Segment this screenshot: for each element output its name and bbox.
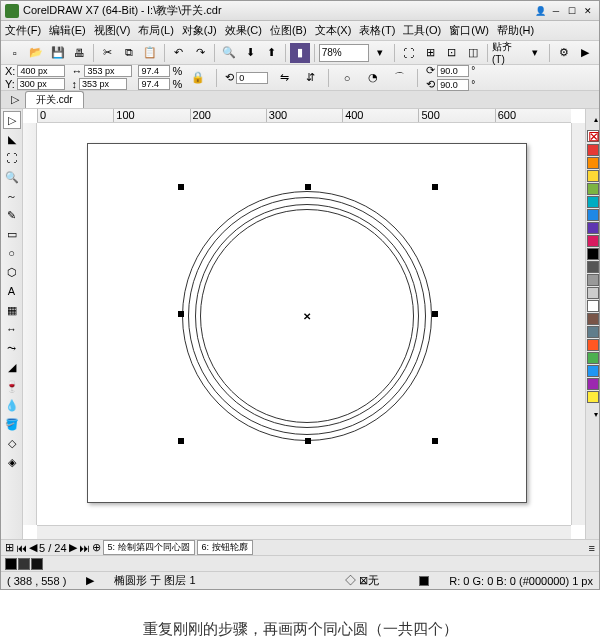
mirror-v-button[interactable]: ⇵ <box>300 68 320 88</box>
crop-tool[interactable]: ⛶ <box>3 149 21 167</box>
search-button[interactable]: 🔍 <box>219 43 238 63</box>
vertical-scrollbar[interactable] <box>571 123 585 525</box>
color-swatch[interactable] <box>587 222 599 234</box>
transparency-tool[interactable]: 🍷 <box>3 377 21 395</box>
connector-tool[interactable]: ⤳ <box>3 339 21 357</box>
color-swatch[interactable] <box>587 300 599 312</box>
eyedropper-tool[interactable]: 💧 <box>3 396 21 414</box>
ellipse-tool[interactable]: ○ <box>3 244 21 262</box>
height-input[interactable] <box>79 78 127 90</box>
publish-button[interactable]: ▮ <box>290 43 309 63</box>
handle-ml[interactable] <box>178 311 184 317</box>
color-swatch[interactable] <box>587 391 599 403</box>
handle-tc[interactable] <box>305 184 311 190</box>
artistic-tool[interactable]: ✎ <box>3 206 21 224</box>
menu-text[interactable]: 文本(X) <box>315 23 352 38</box>
page-nav-icon[interactable]: ≡ <box>589 542 595 554</box>
next-page-button[interactable]: ▶ <box>69 541 77 554</box>
y-input[interactable] <box>17 78 65 90</box>
rulers-button[interactable]: ⊞ <box>421 43 440 63</box>
pie-icon[interactable]: ◔ <box>363 68 383 88</box>
x-input[interactable] <box>17 65 65 77</box>
doc-swatch-dark[interactable] <box>31 558 43 570</box>
menu-table[interactable]: 表格(T) <box>359 23 395 38</box>
color-swatch[interactable] <box>587 365 599 377</box>
menu-window[interactable]: 窗口(W) <box>449 23 489 38</box>
color-swatch[interactable] <box>587 183 599 195</box>
zoom-input[interactable] <box>319 44 369 62</box>
color-swatch[interactable] <box>587 313 599 325</box>
color-swatch[interactable] <box>587 196 599 208</box>
scale-y-input[interactable] <box>138 78 170 90</box>
color-swatch[interactable] <box>587 274 599 286</box>
export-button[interactable]: ⬆ <box>262 43 281 63</box>
outline-tool[interactable]: ◇ <box>3 434 21 452</box>
polygon-tool[interactable]: ⬡ <box>3 263 21 281</box>
document-tab[interactable]: 开关.cdr <box>25 91 84 108</box>
guides-button[interactable]: ◫ <box>464 43 483 63</box>
menu-view[interactable]: 视图(V) <box>94 23 131 38</box>
fill-indicator[interactable]: ◇ ⊠无 <box>345 573 379 588</box>
mirror-h-button[interactable]: ⇋ <box>274 68 294 88</box>
minimize-button[interactable]: ─ <box>549 4 563 18</box>
save-button[interactable]: 💾 <box>48 43 67 63</box>
page-tab-6[interactable]: 6: 按钮轮廓 <box>197 540 253 555</box>
first-page-button[interactable]: ⏮ <box>16 542 27 554</box>
palette-down-icon[interactable]: ▾ <box>586 404 600 424</box>
color-swatch[interactable] <box>587 235 599 247</box>
grid-button[interactable]: ⊡ <box>442 43 461 63</box>
horizontal-scrollbar[interactable] <box>37 525 571 539</box>
no-color-swatch[interactable]: ⊠ <box>587 130 599 142</box>
angle1-input[interactable] <box>437 65 469 77</box>
menu-tools[interactable]: 工具(O) <box>403 23 441 38</box>
arc-icon[interactable]: ⌒ <box>389 68 409 88</box>
palette-up-icon[interactable]: ▴ <box>586 109 600 129</box>
copy-button[interactable]: ⧉ <box>119 43 138 63</box>
ellipse-icon[interactable]: ○ <box>337 68 357 88</box>
lock-ratio-button[interactable]: 🔒 <box>188 68 208 88</box>
zoom-tool[interactable]: 🔍 <box>3 168 21 186</box>
shape-tool[interactable]: ◣ <box>3 130 21 148</box>
table-tool[interactable]: ▦ <box>3 301 21 319</box>
rotation-input[interactable] <box>236 72 268 84</box>
angle2-input[interactable] <box>437 79 469 91</box>
smartfill-tool[interactable]: ◈ <box>3 453 21 471</box>
text-tool[interactable]: A <box>3 282 21 300</box>
color-swatch[interactable] <box>587 339 599 351</box>
doc-swatch-gray[interactable] <box>18 558 30 570</box>
handle-mr[interactable] <box>432 311 438 317</box>
doc-swatch-black[interactable] <box>5 558 17 570</box>
menu-bitmap[interactable]: 位图(B) <box>270 23 307 38</box>
width-input[interactable] <box>84 65 132 77</box>
handle-bl[interactable] <box>178 438 184 444</box>
menu-layout[interactable]: 布局(L) <box>138 23 173 38</box>
zoom-dropdown-icon[interactable]: ▾ <box>371 43 390 63</box>
last-page-button[interactable]: ⏭ <box>79 542 90 554</box>
options-button[interactable]: ⚙ <box>554 43 573 63</box>
handle-bc[interactable] <box>305 438 311 444</box>
pick-tool[interactable]: ▷ <box>3 111 21 129</box>
canvas[interactable]: ✕ <box>37 123 571 525</box>
dropshadow-tool[interactable]: ◢ <box>3 358 21 376</box>
close-button[interactable]: ✕ <box>581 4 595 18</box>
handle-tl[interactable] <box>178 184 184 190</box>
menu-object[interactable]: 对象(J) <box>182 23 217 38</box>
color-swatch[interactable] <box>587 209 599 221</box>
dimension-tool[interactable]: ↔ <box>3 320 21 338</box>
page-tab-5[interactable]: 5: 绘制第四个同心圆 <box>103 540 195 555</box>
color-swatch[interactable] <box>587 144 599 156</box>
prev-page-button[interactable]: ◀ <box>29 541 37 554</box>
menu-help[interactable]: 帮助(H) <box>497 23 534 38</box>
color-swatch[interactable] <box>587 287 599 299</box>
fill-tool[interactable]: 🪣 <box>3 415 21 433</box>
menu-effects[interactable]: 效果(C) <box>225 23 262 38</box>
menu-edit[interactable]: 编辑(E) <box>49 23 86 38</box>
paste-button[interactable]: 📋 <box>141 43 160 63</box>
snap-dropdown-icon[interactable]: ▾ <box>526 43 545 63</box>
fullscreen-button[interactable]: ⛶ <box>399 43 418 63</box>
new-button[interactable]: ▫ <box>5 43 24 63</box>
import-button[interactable]: ⬇ <box>240 43 259 63</box>
undo-button[interactable]: ↶ <box>169 43 188 63</box>
color-swatch[interactable] <box>587 157 599 169</box>
outline-swatch[interactable] <box>419 576 429 586</box>
